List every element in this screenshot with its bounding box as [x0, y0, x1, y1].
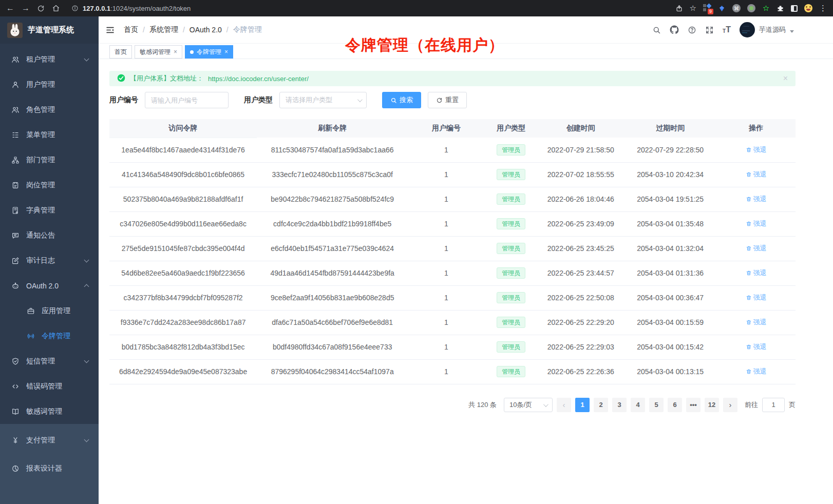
breadcrumb-item[interactable]: 系统管理 — [149, 25, 178, 34]
github-icon[interactable] — [670, 25, 679, 34]
doc-link[interactable]: https://doc.iocoder.cn/user-center/ — [208, 75, 309, 83]
force-logout-button[interactable]: 强退 — [746, 145, 767, 154]
app-logo[interactable]: 芋道管理系统 — [0, 16, 99, 44]
force-logout-button[interactable]: 强退 — [746, 195, 767, 204]
site-info-icon[interactable] — [71, 5, 79, 12]
trash-icon — [746, 221, 752, 227]
page-size-select[interactable]: 10条/页 — [504, 398, 553, 412]
force-logout-button[interactable]: 强退 — [746, 318, 767, 327]
report-designer-icon — [11, 464, 20, 473]
sms-shield-icon — [11, 357, 20, 365]
address-bar[interactable]: 127.0.0.1:1024/system/oauth2/token — [71, 5, 668, 12]
pagination-page-button[interactable]: 12 — [705, 398, 719, 412]
sidebar-item[interactable]: 应用管理 — [0, 298, 99, 323]
trash-icon — [746, 369, 752, 375]
pagination-page-button[interactable]: 6 — [668, 398, 682, 412]
pagination-prev-button[interactable]: ‹ — [557, 398, 571, 412]
collapse-sidebar-icon[interactable] — [106, 26, 115, 34]
tab-首页[interactable]: 首页 — [109, 45, 132, 59]
user-id-input[interactable] — [145, 92, 229, 108]
table-header-row: 访问令牌刷新令牌用户编号用户类型创建时间过期时间操作 — [109, 119, 796, 138]
reset-button[interactable]: 重置 — [428, 92, 467, 108]
chevron-down-icon — [790, 30, 794, 33]
reload-button[interactable] — [37, 5, 45, 12]
audit-log-icon — [11, 257, 20, 265]
user-menu[interactable]: 芋道源码 — [740, 22, 794, 37]
fullscreen-icon[interactable] — [705, 26, 714, 34]
force-logout-button[interactable]: 强退 — [746, 170, 767, 179]
share-icon[interactable] — [675, 5, 683, 12]
pagination-page-button[interactable]: 3 — [612, 398, 627, 412]
sidebar-item[interactable]: 令牌管理 — [0, 323, 99, 348]
sidebar-item[interactable]: 报表设计器 — [0, 454, 99, 482]
sidebar-item[interactable]: 字典管理 — [0, 198, 99, 223]
logo-rabbit-icon — [7, 23, 23, 38]
pagination-page-button[interactable]: 1 — [575, 398, 590, 412]
pagination-page-button[interactable]: 2 — [594, 398, 608, 412]
sidebar-item[interactable]: 部门管理 — [0, 147, 99, 172]
announcement-icon — [11, 231, 20, 240]
sidebar-item[interactable]: 错误码管理 — [0, 374, 99, 399]
pagination-total: 共 120 条 — [468, 400, 497, 410]
user-id-label: 用户编号 — [109, 95, 138, 105]
close-alert-icon[interactable]: × — [783, 74, 788, 83]
forward-button[interactable]: → — [22, 4, 30, 12]
user-type-badge: 管理员 — [497, 366, 525, 377]
side-panel-icon[interactable] — [791, 5, 798, 12]
user-type-select[interactable]: 请选择用户类型 — [279, 92, 367, 108]
sidebar-item[interactable]: 通知公告 — [0, 223, 99, 248]
bookmark-star-icon[interactable]: ☆ — [690, 4, 696, 13]
force-logout-button[interactable]: 强退 — [746, 342, 767, 352]
recorder-extension-icon[interactable] — [747, 4, 755, 12]
pagination-pages: 123456•••12 — [575, 398, 719, 412]
breadcrumb-separator: / — [143, 26, 145, 34]
help-icon[interactable] — [688, 26, 696, 34]
sidebar-item[interactable]: 菜单管理 — [0, 122, 99, 147]
user-type-badge: 管理员 — [497, 267, 525, 279]
force-logout-button[interactable]: 强退 — [746, 244, 767, 253]
extension-badge-icon[interactable]: 9 — [703, 4, 711, 12]
sidebar-item[interactable]: 用户管理 — [0, 72, 99, 97]
sidebar-item[interactable]: 岗位管理 — [0, 172, 99, 198]
force-logout-button[interactable]: 强退 — [746, 219, 767, 228]
search-button[interactable]: 搜索 — [382, 92, 421, 108]
browser-chrome: ← → 127.0.0.1:1024/system/oauth2/token ☆… — [0, 0, 833, 16]
close-tab-icon[interactable]: × — [224, 48, 228, 55]
goto-page-input[interactable] — [762, 398, 785, 412]
star-extension-icon[interactable] — [762, 5, 770, 12]
force-logout-button[interactable]: 强退 — [746, 367, 767, 376]
trash-icon — [746, 196, 752, 202]
home-button[interactable] — [52, 4, 60, 12]
tab-敏感词管理[interactable]: 敏感词管理× — [135, 45, 182, 59]
pagination-ellipsis[interactable]: ••• — [686, 398, 701, 412]
gem-extension-icon[interactable] — [718, 5, 726, 12]
breadcrumb-item: 令牌管理 — [233, 25, 262, 34]
sidebar-item[interactable]: OAuth 2.0 — [0, 273, 99, 298]
sidebar-item[interactable]: 角色管理 — [0, 97, 99, 122]
sidebar-item[interactable]: 支付管理 — [0, 426, 99, 454]
sidebar-item[interactable]: 租户管理 — [0, 47, 99, 72]
close-tab-icon[interactable]: × — [174, 48, 177, 55]
back-button[interactable]: ← — [6, 4, 14, 12]
pagination-next-button[interactable]: › — [723, 398, 737, 412]
search-icon[interactable] — [652, 26, 661, 34]
command-extension-icon[interactable]: ⌘ — [732, 4, 741, 12]
puzzle-extensions-icon[interactable] — [777, 5, 784, 12]
breadcrumb-item[interactable]: 首页 — [124, 25, 138, 34]
pagination-page-button[interactable]: 4 — [631, 398, 645, 412]
trash-icon — [746, 319, 752, 325]
sidebar-item[interactable]: 敏感词管理 — [0, 399, 99, 424]
force-logout-button[interactable]: 强退 — [746, 293, 767, 302]
breadcrumb-item[interactable]: OAuth 2.0 — [190, 26, 222, 34]
pagination-page-button[interactable]: 5 — [649, 398, 664, 412]
app-shell: 芋道管理系统 租户管理用户管理角色管理菜单管理部门管理岗位管理字典管理通知公告审… — [0, 16, 833, 504]
browser-menu-icon[interactable]: ⋮ — [819, 4, 827, 13]
profile-avatar-icon[interactable] — [804, 4, 812, 12]
tab-令牌管理[interactable]: 令牌管理× — [185, 45, 233, 59]
tenant-users-icon — [11, 55, 20, 64]
active-tab-dot — [190, 50, 194, 54]
force-logout-button[interactable]: 强退 — [746, 268, 767, 278]
font-size-icon[interactable]: TT — [723, 26, 731, 34]
sidebar-item[interactable]: 短信管理 — [0, 348, 99, 374]
sidebar-item[interactable]: 审计日志 — [0, 248, 99, 273]
